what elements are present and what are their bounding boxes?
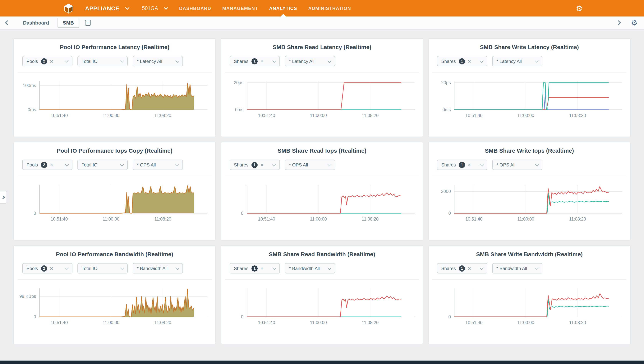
filter-pill[interactable]: Total IO	[78, 263, 128, 273]
nav-item-administration[interactable]: ADMINISTRATION	[308, 0, 351, 17]
filter-pill[interactable]: * OPS All	[133, 160, 183, 170]
tab-smb[interactable]: SMB	[58, 18, 79, 28]
filter-pill[interactable]: * OPS All	[285, 160, 335, 170]
filter-count-badge: 1	[459, 265, 465, 271]
filter-count-badge: 1	[252, 265, 258, 271]
panel-expander[interactable]	[0, 191, 7, 204]
chevron-down-icon	[480, 266, 484, 270]
filter-clear-icon[interactable]: ×	[468, 265, 471, 271]
filter-clear-icon[interactable]: ×	[468, 58, 471, 64]
chevron-down-icon	[65, 162, 69, 166]
device-label: 501GA	[142, 5, 158, 11]
filters-divider	[432, 176, 626, 176]
filter-clear-icon[interactable]: ×	[50, 265, 53, 271]
chevron-down-icon	[272, 162, 276, 166]
main-nav: DASHBOARD MANAGEMENT ANALYTICS ADMINISTR…	[179, 0, 351, 17]
filter-label: Total IO	[82, 162, 98, 167]
chevron-down-icon	[176, 266, 179, 270]
filter-pill[interactable]: Shares1×	[230, 263, 280, 273]
filters-divider	[18, 72, 212, 73]
filter-clear-icon[interactable]: ×	[260, 265, 264, 271]
filter-label: Shares	[441, 59, 456, 64]
chevron-down-icon	[65, 59, 69, 63]
filter-clear-icon[interactable]: ×	[260, 58, 264, 64]
filters-divider	[225, 176, 419, 176]
tabbar-gear-icon[interactable]: ⚙	[631, 19, 638, 27]
filter-pill[interactable]: Total IO	[78, 56, 128, 66]
filter-label: Pools	[26, 162, 38, 167]
filter-pill[interactable]: * Bandwidth All	[133, 263, 183, 273]
filter-pill[interactable]: Pools2×	[22, 263, 72, 273]
chart-area: 10:51:4011:00:0011:08:2020µs0ms	[225, 78, 423, 127]
filter-row: Shares1×* Latency All	[230, 56, 423, 66]
axis-label: 10:51:40	[50, 320, 68, 325]
filter-clear-icon[interactable]: ×	[50, 58, 53, 64]
nav-item-analytics[interactable]: ANALYTICS	[269, 0, 297, 17]
filter-pill[interactable]: Shares1×	[437, 56, 487, 66]
filter-row: Shares1×* Latency All	[437, 56, 630, 66]
axis-label: 0	[448, 211, 451, 216]
chart-area: 10:51:4011:00:0011:08:2098 KBps0	[17, 285, 216, 334]
filter-count-badge: 1	[459, 162, 465, 168]
filter-pill[interactable]: Shares1×	[230, 56, 280, 66]
filter-pill[interactable]: * Bandwidth All	[285, 263, 335, 273]
filter-label: Total IO	[82, 59, 98, 64]
tabs-scroll-right-icon[interactable]	[616, 20, 621, 25]
axis-label: 11:08:20	[362, 320, 379, 325]
filter-clear-icon[interactable]: ×	[260, 162, 264, 168]
filter-pill[interactable]: Shares1×	[437, 160, 487, 170]
chevron-down-icon	[328, 266, 332, 270]
chart-area: 10:51:4011:00:0011:08:200	[432, 285, 630, 334]
filter-clear-icon[interactable]: ×	[50, 162, 53, 168]
filter-pill[interactable]: * OPS All	[492, 160, 542, 170]
filter-pill[interactable]: Shares1×	[230, 160, 280, 170]
filters-divider	[225, 279, 419, 280]
nav-item-management[interactable]: MANAGEMENT	[222, 0, 258, 17]
axis-label: 11:08:20	[154, 320, 171, 325]
filter-pill[interactable]: Shares1×	[437, 263, 487, 273]
axis-label: 11:08:20	[362, 113, 379, 118]
filter-pill[interactable]: Total IO	[78, 160, 128, 170]
axis-label: 11:08:20	[362, 216, 379, 221]
axis-label: 0ms	[28, 107, 36, 112]
filter-clear-icon[interactable]: ×	[468, 162, 471, 168]
filter-pill[interactable]: * Latency All	[492, 56, 542, 66]
filter-label: * Bandwidth All	[137, 266, 168, 271]
axis-label: 0	[34, 211, 36, 216]
chart: 10:51:4011:00:0011:08:2020µs0ms	[432, 78, 627, 125]
card-title: SMB Share Write Bandwidth (Realtime)	[428, 251, 630, 257]
card-title: SMB Share Read Iops (Realtime)	[221, 147, 423, 154]
filter-label: Total IO	[82, 266, 98, 271]
chevron-down-icon	[120, 162, 124, 166]
chart-card: Pool IO Performance Iops Copy (Realtime)…	[14, 142, 216, 240]
chevron-down-icon	[65, 266, 69, 270]
filter-row: Shares1×* Bandwidth All	[437, 263, 630, 273]
add-tab-icon[interactable]	[85, 20, 91, 26]
chevron-down-icon	[272, 59, 276, 63]
filter-count-badge: 1	[252, 162, 258, 168]
chevron-down-icon	[176, 162, 179, 166]
filter-row: Pools2×Total IO* Bandwidth All	[22, 263, 216, 273]
appliance-menu[interactable]: APPLIANCE	[85, 5, 129, 12]
filter-pill[interactable]: * Latency All	[133, 56, 183, 66]
chart: 10:51:4011:00:0011:08:2020µs0ms	[225, 78, 419, 125]
filter-label: * Latency All	[496, 59, 522, 64]
filter-pill[interactable]: * Latency All	[285, 56, 335, 66]
filters-divider	[225, 72, 419, 73]
header-gear-icon[interactable]: ⚙	[576, 5, 583, 12]
chevron-down-icon	[535, 59, 539, 63]
chevron-down-icon	[480, 162, 484, 166]
app-logo-icon[interactable]	[63, 3, 74, 14]
nav-item-dashboard[interactable]: DASHBOARD	[179, 0, 211, 17]
filter-pill[interactable]: Pools2×	[22, 56, 72, 66]
filter-row: Shares1×* OPS All	[230, 160, 423, 170]
filter-row: Pools2×Total IO* OPS All	[22, 160, 216, 170]
tabs-scroll-left-icon[interactable]	[5, 20, 10, 25]
chart: 10:51:4011:00:0011:08:20100ms0ms	[17, 78, 212, 125]
filter-pill[interactable]: * Bandwidth All	[492, 263, 542, 273]
device-menu[interactable]: 501GA	[142, 5, 168, 11]
filters-divider	[18, 279, 212, 280]
tab-dashboard[interactable]: Dashboard	[23, 20, 49, 26]
axis-label: 100ms	[23, 83, 36, 88]
filter-pill[interactable]: Pools2×	[22, 160, 72, 170]
